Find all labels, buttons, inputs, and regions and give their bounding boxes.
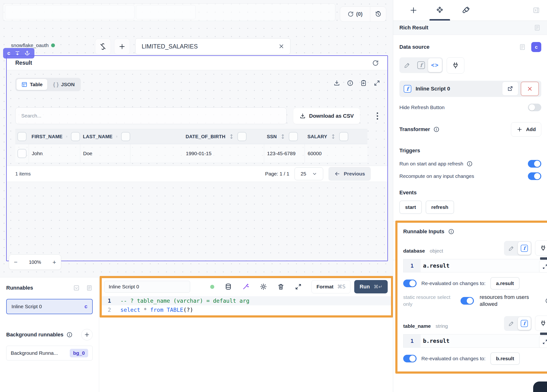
static-pencil-mode[interactable] — [505, 317, 518, 330]
open-script-button[interactable] — [502, 82, 518, 95]
rich-result-component[interactable]: Result Table { } JSON — [6, 55, 388, 261]
history-button[interactable] — [370, 7, 386, 21]
table-more-options-button[interactable] — [373, 111, 382, 121]
event-refresh-pill[interactable]: refresh — [426, 201, 454, 214]
code-expression-mode[interactable]: <> — [428, 58, 442, 72]
table-name-expression-editor[interactable]: 1 b.result — [403, 334, 547, 348]
expression-mode[interactable]: f — [518, 242, 531, 255]
expression-mode[interactable]: f — [518, 317, 531, 330]
event-start-pill[interactable]: start — [399, 201, 422, 214]
sort-icon[interactable] — [331, 134, 336, 140]
tab-styling[interactable] — [453, 0, 479, 20]
zoom-in-button[interactable]: + — [53, 258, 56, 266]
sort-icon[interactable] — [280, 134, 286, 140]
recompute-toggle[interactable] — [528, 172, 541, 180]
docs-icon[interactable] — [519, 43, 526, 51]
table-search-input[interactable] — [21, 113, 281, 119]
expand-expression-button[interactable] — [539, 336, 547, 348]
table-row[interactable]: John Doe 1990-01-15 123-45-6789 60000 — [15, 144, 367, 163]
run-button[interactable]: Run ⌘↵ — [354, 280, 388, 293]
background-runnable-item[interactable]: Background Runna... bg_0 — [6, 346, 93, 360]
static-pencil-mode[interactable] — [505, 242, 518, 255]
ai-magic-wand-icon[interactable] — [242, 283, 249, 290]
placeholder-component[interactable] — [3, 3, 335, 21]
column-toggle-checkbox[interactable] — [339, 132, 348, 141]
code-line-1[interactable]: 1 -- ? table_name (varchar) = default ar… — [102, 296, 391, 305]
add-transformer-button[interactable]: Add — [511, 122, 541, 136]
refresh-all-button[interactable]: (0) — [340, 7, 370, 21]
column-toggle-checkbox[interactable] — [121, 132, 130, 141]
copy-to-clipboard-icon[interactable] — [360, 80, 367, 86]
script-name-input[interactable] — [108, 284, 186, 290]
tab-table[interactable]: Table — [16, 79, 47, 90]
template-mode[interactable]: f — [414, 58, 428, 72]
column-header-last-name[interactable]: LAST_NAME — [80, 132, 130, 141]
page-size-select[interactable]: 25 — [294, 167, 323, 180]
download-csv-button[interactable]: Download as CSV — [293, 108, 360, 124]
database-icon[interactable] — [225, 283, 232, 290]
run-on-start-toggle[interactable] — [528, 160, 541, 168]
runnable-item-inline-script-0[interactable]: Inline Script 0 c — [6, 299, 93, 314]
sort-icon[interactable] — [66, 134, 68, 140]
connect-input-button[interactable] — [447, 57, 464, 74]
tab-insert-component[interactable] — [400, 0, 427, 20]
remove-script-button[interactable] — [521, 82, 539, 96]
column-toggle-checkbox[interactable] — [71, 132, 80, 141]
add-component-button[interactable] — [114, 39, 130, 54]
column-toggle-checkbox[interactable] — [289, 132, 298, 141]
previous-page-button[interactable]: Previous — [328, 167, 371, 181]
collapse-sidebar-icon[interactable] — [533, 7, 540, 14]
docs-icon[interactable] — [86, 284, 93, 291]
resources-from-users-toggle[interactable] — [460, 297, 474, 305]
clear-input-icon[interactable] — [278, 43, 285, 49]
result-refresh-icon[interactable] — [372, 60, 379, 66]
column-toggle-checkbox[interactable] — [237, 132, 246, 141]
format-button[interactable]: Format ⌘S — [311, 280, 351, 293]
sort-icon[interactable] — [229, 134, 234, 140]
code-line-2[interactable]: 2 select * from TABLE(?) — [102, 305, 391, 314]
expand-fullscreen-icon[interactable] — [374, 80, 380, 86]
placeholder-sub-component[interactable] — [136, 5, 196, 19]
column-header-salary[interactable]: SALARY — [305, 132, 367, 141]
tab-component-settings[interactable] — [427, 0, 453, 20]
collapse-panel-icon[interactable] — [73, 284, 80, 291]
select-all-checkbox[interactable] — [17, 132, 27, 141]
corner-widget[interactable] — [533, 381, 547, 392]
info-icon[interactable] — [347, 80, 354, 86]
table-name-text-input[interactable] — [141, 43, 278, 50]
column-header-first-name[interactable]: FIRST_NAME — [29, 132, 80, 141]
expand-down-icon[interactable] — [14, 50, 20, 56]
data-source-script-chip[interactable]: f Inline Script 0 — [399, 81, 541, 97]
download-icon[interactable] — [334, 80, 340, 86]
anchor-icon[interactable] — [24, 50, 30, 56]
scrollbar-nub[interactable] — [540, 257, 547, 260]
add-background-runnable-button[interactable] — [81, 329, 93, 340]
reeval-toggle[interactable] — [403, 355, 417, 362]
hide-refresh-toggle[interactable] — [528, 104, 541, 111]
row-checkbox[interactable] — [17, 149, 27, 158]
column-header-ssn[interactable]: SSN — [264, 132, 305, 141]
unlink-button[interactable] — [95, 39, 111, 54]
component-toolbar[interactable]: c — [3, 48, 34, 59]
expression-value[interactable]: b.result — [421, 338, 450, 344]
connect-input-button[interactable] — [535, 316, 547, 331]
placeholder-sub-component[interactable] — [5, 5, 135, 19]
database-expression-editor[interactable]: 1 a.result — [403, 259, 547, 272]
expand-editor-icon[interactable] — [295, 283, 302, 290]
reeval-target-pill[interactable]: a.result — [490, 277, 520, 290]
settings-gear-icon[interactable] — [260, 283, 267, 290]
expression-value[interactable]: a.result — [421, 263, 450, 269]
docs-icon[interactable] — [534, 24, 541, 31]
tab-json[interactable]: { } JSON — [48, 79, 79, 90]
sql-code-editor[interactable]: 1 -- ? table_name (varchar) = default ar… — [102, 296, 391, 314]
delete-trash-icon[interactable] — [277, 283, 284, 290]
zoom-out-button[interactable]: − — [14, 258, 17, 266]
expand-expression-button[interactable] — [539, 261, 547, 273]
column-header-date-of-birth[interactable]: DATE_OF_BIRTH — [130, 132, 264, 141]
reeval-target-pill[interactable]: b.result — [490, 352, 520, 365]
connect-input-button[interactable] — [535, 240, 547, 256]
scrollbar-nub[interactable] — [540, 332, 547, 335]
sort-icon[interactable] — [116, 134, 118, 140]
reeval-toggle[interactable] — [403, 280, 417, 287]
component-id-badge[interactable]: c — [531, 42, 541, 52]
